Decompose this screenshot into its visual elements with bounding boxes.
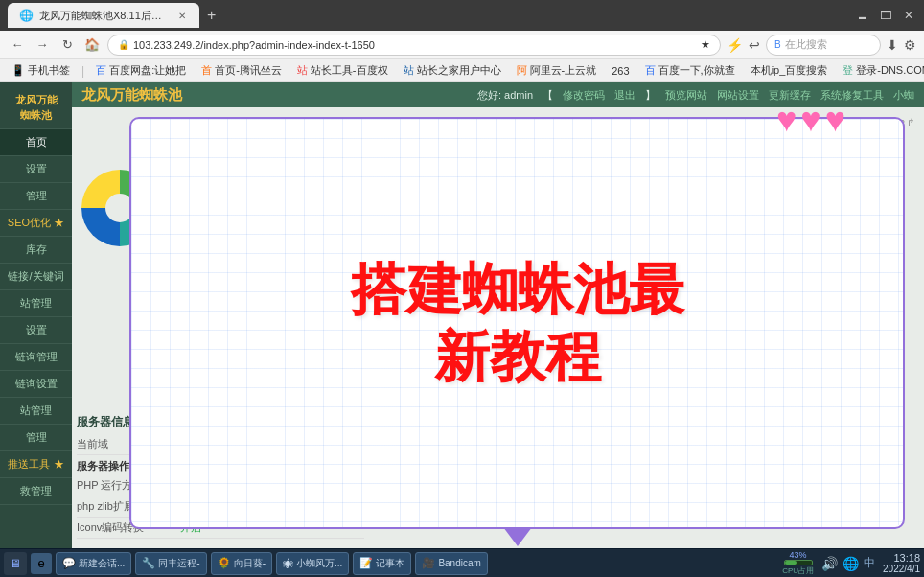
refresh-button[interactable]: ↻ — [58, 35, 77, 55]
dashboard: 4k ↱ 1 3 5 7 9 11 13 15 17 19 20 21 23 — [72, 107, 924, 548]
start-button[interactable]: 🖥 — [4, 552, 27, 575]
heart-3: ♥ — [825, 107, 845, 140]
admin-small-spider[interactable]: 小蜘 — [893, 88, 914, 103]
bookmark-label-8: 本机ip_百度搜索 — [751, 63, 828, 78]
bookmark-mobile[interactable]: 📱 手机书签 — [8, 63, 74, 78]
bookmark-icon-3: 站 — [297, 63, 308, 78]
main-area: 龙风万能蜘蛛池 首页 设置 管理 SEO优化 ★ 库存 链接/关键词 站管理 设… — [0, 82, 924, 548]
maximize-button[interactable]: 🗖 — [878, 8, 893, 23]
sidebar-item-library[interactable]: 库存 — [0, 237, 72, 264]
sidebar-item-push-tool[interactable]: 推送工具 ★ — [0, 451, 72, 478]
heart-1: ♥ — [776, 107, 797, 140]
bookmark-webmaster-home[interactable]: 站 站长之家用户中心 — [400, 63, 505, 78]
volume-icon[interactable]: 🔊 — [821, 556, 838, 571]
admin-logout[interactable]: 退出 — [614, 88, 635, 103]
url-lock-icon: 🔒 — [118, 39, 129, 50]
search-box[interactable]: B 在此搜索 — [766, 35, 881, 56]
admin-change-pwd[interactable]: 修改密码 — [563, 88, 605, 103]
bookmark-label-4: 站长之家用户中心 — [417, 63, 501, 78]
admin-preview[interactable]: 预览网站 — [665, 88, 707, 103]
forward-button[interactable]: → — [33, 35, 52, 55]
bookmark-baidu[interactable]: 百 百度一下,你就查 — [641, 63, 739, 78]
sidebar-item-seo[interactable]: SEO优化 ★ — [0, 210, 72, 237]
home-button[interactable]: 🏠 — [82, 35, 102, 55]
ie-icon: e — [37, 556, 44, 570]
sidebar-item-site-manage2[interactable]: 站管理 — [0, 398, 72, 425]
app-label-1: 同丰运程- — [158, 557, 199, 570]
sidebar-item-settings2[interactable]: 设置 — [0, 317, 72, 344]
tab-close-button[interactable]: ✕ — [175, 9, 188, 22]
popup-main-text-line1: 搭建蜘蛛池最 — [351, 256, 684, 323]
app-icon-5: 🎥 — [422, 557, 435, 569]
popup-main-text-line2: 新教程 — [351, 323, 684, 390]
bookmark-baidu-pan[interactable]: 百 百度网盘:让她把 — [92, 63, 190, 78]
tab-favicon: 🌐 — [19, 9, 34, 22]
bookmark-label-7: 百度一下,你就查 — [658, 63, 735, 78]
clock-date: 2022/4/1 — [883, 564, 920, 574]
settings-icon[interactable]: ⚙ — [904, 37, 916, 53]
cpu-percent: 43% — [790, 550, 807, 560]
taskbar-app-new-session[interactable]: 💬 新建会话... — [56, 552, 131, 575]
download-icon[interactable]: ⬇ — [887, 37, 898, 53]
bookmark-icon-2: 首 — [201, 63, 212, 78]
sidebar-item-home[interactable]: 首页 — [0, 129, 72, 156]
admin-repair-tool[interactable]: 系统修复工具 — [820, 88, 884, 103]
sidebar-item-query-manage[interactable]: 链询管理 — [0, 344, 72, 371]
bookmark-label-3: 站长工具-百度权 — [311, 63, 388, 78]
bookmark-label-0: 手机书签 — [28, 63, 70, 78]
admin-update-cache[interactable]: 更新缓存 — [769, 88, 811, 103]
logo-text: 龙风万能蜘蛛池 — [15, 94, 58, 121]
sidebar-item-settings[interactable]: 设置 — [0, 156, 72, 183]
close-button[interactable]: ✕ — [901, 8, 916, 23]
admin-bar: 龙风万能蜘蛛池 您好: admin 【 修改密码 退出 】 预览网站 网站设置 … — [72, 82, 924, 107]
app-label-4: 记事本 — [376, 557, 404, 570]
taskbar-right: 43% CPU占用 🔊 🌐 中 13:18 2022/4/1 — [782, 550, 920, 576]
taskbar-app-spider[interactable]: 🕷 小蜘风万... — [276, 552, 349, 575]
axis-sep: ↱ — [907, 117, 914, 127]
bookmark-aliyun[interactable]: 阿 阿里云-上云就 — [513, 63, 601, 78]
sidebar-item-manage2[interactable]: 管理 — [0, 425, 72, 451]
sidebar-item-site-manage[interactable]: 站管理 — [0, 290, 72, 317]
bookmark-icon-5: 阿 — [517, 63, 527, 78]
taskbar-app-notepad[interactable]: 📝 记事本 — [353, 552, 411, 575]
clock-time: 13:18 — [883, 552, 920, 564]
tab-bar: 🌐 龙风万能蜘蛛池X8.11后台管理 ✕ + — [8, 0, 219, 31]
bookmark-dns[interactable]: 登 登录-DNS.COM — [839, 63, 924, 78]
popup-content: 搭建蜘蛛池最 新教程 — [351, 256, 684, 389]
bookmark-webmaster[interactable]: 站 站长工具-百度权 — [293, 63, 392, 78]
bookmark-myip[interactable]: 本机ip_百度搜索 — [747, 63, 832, 78]
admin-site-settings[interactable]: 网站设置 — [717, 88, 759, 103]
bookmark-tencent[interactable]: 首 首页-腾讯坐云 — [197, 63, 286, 78]
new-tab-button[interactable]: + — [203, 7, 219, 24]
network-icon[interactable]: 🌐 — [843, 556, 859, 571]
search-logo-icon: B — [774, 39, 781, 50]
url-input[interactable]: 🔒 103.233.249.2/index.php?admin-index-in… — [107, 35, 721, 56]
sidebar-item-query-settings[interactable]: 链询设置 — [0, 371, 72, 398]
ime-icon[interactable]: 中 — [864, 555, 875, 571]
bookmark-label-9: 登录-DNS.COM — [856, 63, 924, 78]
sidebar-item-links[interactable]: 链接/关键词 — [0, 264, 72, 290]
back-button[interactable]: ← — [8, 35, 27, 55]
app-label-0: 新建会话... — [79, 557, 125, 570]
active-tab[interactable]: 🌐 龙风万能蜘蛛池X8.11后台管理 ✕ — [8, 3, 199, 28]
bookmark-label-5: 阿里云-上云就 — [530, 63, 597, 78]
taskbar-app-tongfeng[interactable]: 🔧 同丰运程- — [135, 552, 206, 575]
taskbar-app-bandicam[interactable]: 🎥 Bandicam — [415, 552, 487, 575]
sidebar: 龙风万能蜘蛛池 首页 设置 管理 SEO优化 ★ 库存 链接/关键词 站管理 设… — [0, 82, 72, 548]
taskbar-app-sunflower[interactable]: 🌻 向日葵- — [211, 552, 272, 575]
bookmark-icon-4: 站 — [404, 63, 414, 78]
content-area: 龙风万能蜘蛛池 您好: admin 【 修改密码 退出 】 预览网站 网站设置 … — [72, 82, 924, 548]
bookmark-263[interactable]: 263 — [608, 65, 633, 77]
minimize-button[interactable]: 🗕 — [855, 8, 870, 23]
cpu-sub-label: CPU占用 — [782, 565, 814, 576]
app-icon-0: 💬 — [62, 557, 76, 569]
system-tray-icons: 🔊 🌐 中 — [821, 555, 875, 571]
sidebar-item-manage[interactable]: 管理 — [0, 183, 72, 210]
taskbar-ie-icon[interactable]: e — [31, 553, 52, 574]
sidebar-item-rescue[interactable]: 救管理 — [0, 478, 72, 505]
app-label-3: 小蜘风万... — [296, 557, 342, 570]
bookmark-icon-9: 登 — [843, 63, 853, 78]
bookmark-icon-1: 百 — [96, 63, 106, 78]
bookmark-icon-7: 百 — [645, 63, 656, 78]
tab-bar-container: 🌐 龙风万能蜘蛛池X8.11后台管理 ✕ + 🗕 🗖 ✕ — [0, 0, 924, 31]
